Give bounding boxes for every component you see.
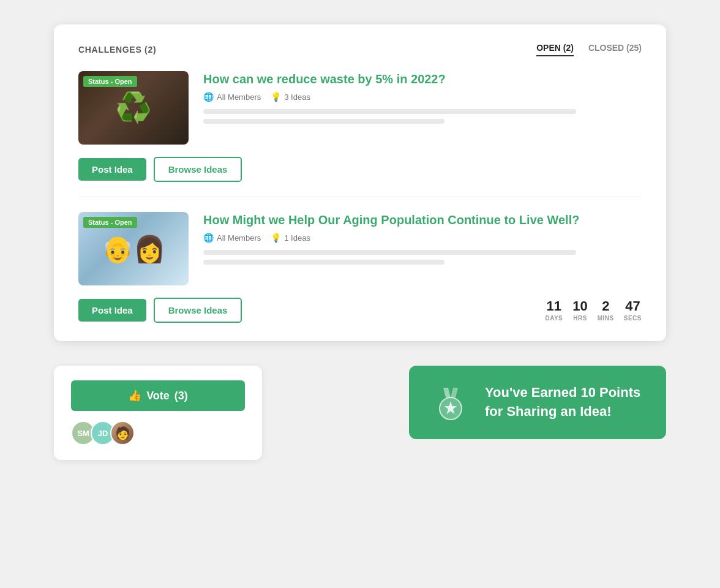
countdown-days-number: 11: [547, 300, 561, 313]
points-card: You've Earned 10 Points for Sharing an I…: [409, 366, 666, 439]
challenge-content-2: 👴👩 Status - Open How Might we Help Our A…: [78, 212, 642, 285]
meta-audience-1: 🌐 All Members: [203, 92, 261, 102]
bulb-icon-2: 💡: [271, 233, 281, 243]
challenge-image-wrap-2: 👴👩 Status - Open: [78, 212, 189, 285]
challenge-actions-1: Post Idea Browse Ideas: [78, 157, 642, 182]
medal-icon: [431, 383, 470, 422]
placeholder-lines-1: [203, 109, 642, 124]
globe-icon-1: 🌐: [203, 92, 214, 102]
placeholder-line-2a: [203, 250, 576, 255]
challenge-info-2: How Might we Help Our Aging Population C…: [203, 212, 642, 270]
browse-ideas-button-1[interactable]: Browse Ideas: [154, 157, 242, 182]
divider-1: [78, 197, 642, 197]
challenge-title-2[interactable]: How Might we Help Our Aging Population C…: [203, 212, 642, 228]
vote-count: (3): [174, 390, 188, 402]
countdown-days: 11 DAYS: [545, 300, 563, 322]
countdown-hrs: 10 HRS: [572, 300, 587, 322]
placeholder-line-1b: [203, 119, 444, 124]
challenges-title: CHALLENGES (2): [78, 45, 156, 55]
challenge-info-1: How can we reduce waste by 5% in 2022? 🌐…: [203, 71, 642, 129]
challenges-card: CHALLENGES (2) OPEN (2) CLOSED (25) ♻️ S…: [54, 24, 666, 341]
points-line1: You've Earned 10 Points: [485, 383, 640, 402]
countdown: 11 DAYS 10 HRS 2 MINS 47 SECS: [545, 300, 642, 322]
vote-label: Vote: [146, 390, 170, 402]
countdown-mins-number: 2: [602, 300, 609, 313]
status-badge-1: Status - Open: [83, 76, 137, 87]
challenge-content-1: ♻️ Status - Open How can we reduce waste…: [78, 71, 642, 145]
tab-open[interactable]: OPEN (2): [536, 43, 574, 56]
vote-button[interactable]: 👍 Vote (3): [71, 380, 245, 411]
globe-icon-2: 🌐: [203, 233, 214, 243]
avatar-person-icon: 🧑: [115, 426, 130, 440]
countdown-secs: 47 SECS: [624, 300, 642, 322]
avatar-photo-inner: 🧑: [111, 422, 133, 444]
avatar-jd-initials: JD: [98, 429, 108, 438]
avatar-photo: 🧑: [110, 421, 135, 445]
points-message: You've Earned 10 Points for Sharing an I…: [485, 383, 640, 421]
vote-card: 👍 Vote (3) SM JD 🧑: [54, 366, 262, 460]
countdown-mins-label: MINS: [598, 315, 614, 322]
meta-ideas-2: 💡 1 Ideas: [271, 233, 310, 243]
thumbs-up-icon: 👍: [128, 389, 141, 402]
avatars-group: SM JD 🧑: [71, 421, 245, 445]
meta-ideas-1: 💡 3 Ideas: [271, 92, 310, 102]
card-header: CHALLENGES (2) OPEN (2) CLOSED (25): [78, 43, 642, 56]
countdown-secs-number: 47: [625, 300, 640, 313]
challenge-image-wrap-1: ♻️ Status - Open: [78, 71, 189, 145]
meta-audience-2: 🌐 All Members: [203, 233, 261, 243]
challenge-meta-1: 🌐 All Members 💡 3 Ideas: [203, 92, 642, 102]
svg-marker-0: [443, 388, 451, 398]
svg-marker-1: [451, 388, 458, 398]
recycle-icon: ♻️: [115, 91, 152, 125]
aging-icon: 👴👩: [102, 234, 165, 264]
browse-ideas-button-2[interactable]: Browse Ideas: [154, 298, 242, 323]
bulb-icon-1: 💡: [271, 92, 281, 102]
bottom-row: 👍 Vote (3) SM JD 🧑: [54, 366, 666, 460]
challenge-row-2: 👴👩 Status - Open How Might we Help Our A…: [78, 212, 642, 323]
challenge-row-1: ♻️ Status - Open How can we reduce waste…: [78, 71, 642, 182]
tab-group: OPEN (2) CLOSED (25): [536, 43, 642, 56]
placeholder-line-1a: [203, 109, 576, 114]
placeholder-lines-2: [203, 250, 642, 265]
post-idea-button-1[interactable]: Post Idea: [78, 158, 146, 181]
countdown-hrs-number: 10: [572, 300, 587, 313]
status-badge-2: Status - Open: [83, 217, 137, 228]
avatar-sm-initials: SM: [77, 429, 89, 438]
challenge-actions-2: Post Idea Browse Ideas 11 DAYS 10 HRS 2 …: [78, 298, 642, 323]
countdown-days-label: DAYS: [545, 315, 563, 322]
tab-closed[interactable]: CLOSED (25): [588, 43, 642, 56]
challenge-title-1[interactable]: How can we reduce waste by 5% in 2022?: [203, 71, 642, 87]
challenge-meta-2: 🌐 All Members 💡 1 Ideas: [203, 233, 642, 243]
countdown-hrs-label: HRS: [573, 315, 587, 322]
placeholder-line-2b: [203, 260, 444, 265]
points-line2: for Sharing an Idea!: [485, 402, 640, 421]
countdown-secs-label: SECS: [624, 315, 642, 322]
countdown-mins: 2 MINS: [598, 300, 614, 322]
post-idea-button-2[interactable]: Post Idea: [78, 299, 146, 322]
